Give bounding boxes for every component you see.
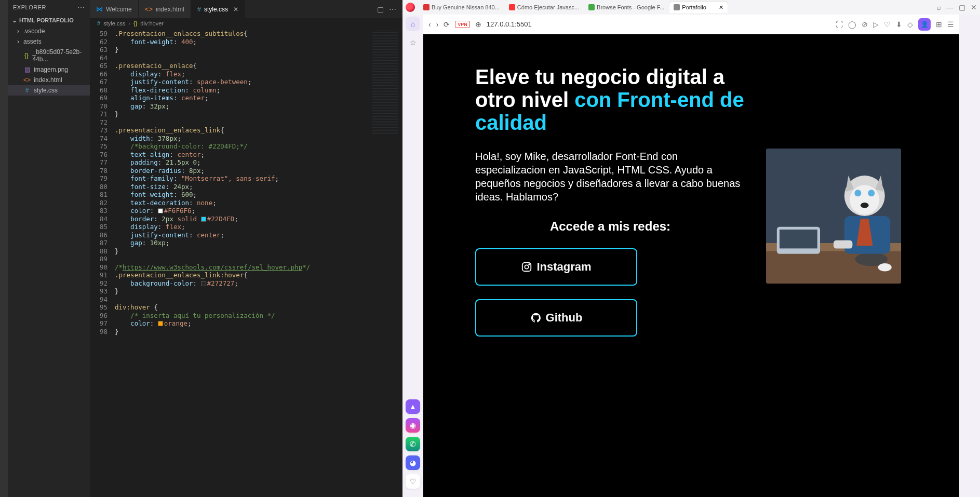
favicon-icon xyxy=(509,4,515,10)
opera-logo-icon[interactable] xyxy=(406,3,415,12)
tab-index-html[interactable]: <>index.html xyxy=(139,0,191,18)
profile-button[interactable]: 👤 xyxy=(918,18,931,31)
bookmark-star-icon[interactable]: ☆ xyxy=(406,35,420,50)
tree-item-index-html[interactable]: <>index.html xyxy=(8,75,90,85)
send-icon[interactable]: ▷ xyxy=(873,20,879,29)
browser-tab[interactable]: Browse Fonts - Google F... xyxy=(584,2,668,13)
favicon-icon xyxy=(674,4,680,10)
tree-item-label: imagem.png xyxy=(34,66,68,73)
instagram-link-button[interactable]: Instagram xyxy=(475,248,637,286)
whatsapp-icon[interactable]: ✆ xyxy=(406,437,420,451)
browser-tab-label: Buy Genuine Nissan 840... xyxy=(432,4,500,10)
vscode-icon: ⋈ xyxy=(96,5,103,13)
tree-item-label: .vscode xyxy=(23,28,45,35)
svg-rect-7 xyxy=(780,230,817,248)
download-icon[interactable]: ⬇ xyxy=(896,20,902,29)
tree-item--b89d5d07-5e2b-44b---[interactable]: {}_b89d5d07-5e2b-44b... xyxy=(8,47,90,64)
browser-tab-label: Browse Fonts - Google F... xyxy=(597,4,664,10)
tree-item-style-css[interactable]: #style.css xyxy=(8,85,90,96)
split-editor-icon[interactable]: ▢ xyxy=(377,5,384,14)
browser-window: Buy Genuine Nissan 840...Cómo Ejecutar J… xyxy=(402,0,980,497)
aria-icon[interactable]: ▲ xyxy=(406,399,420,414)
browser-tab-label: Portafolio xyxy=(682,4,706,10)
tree-item--vscode[interactable]: .vscode xyxy=(8,26,90,36)
browser-tab-strip: Buy Genuine Nissan 840...Cómo Ejecutar J… xyxy=(402,0,980,15)
page-description: Hola!, soy Mike, desarrollador Font-End … xyxy=(475,150,745,204)
browser-tab[interactable]: Cómo Ejecutar Javasc... xyxy=(505,2,583,13)
svg-point-1 xyxy=(525,265,529,268)
svg-point-17 xyxy=(861,203,869,208)
nav-back-icon[interactable]: ‹ xyxy=(428,20,431,29)
explorer-label: EXPLORER xyxy=(13,4,46,10)
editor-tabs: ⋈Welcome<>index.html#style.css✕ ▢ ⋯ xyxy=(90,0,402,18)
vertical-scrollbar[interactable] xyxy=(397,29,402,497)
tree-item-imagem-png[interactable]: ▨imagem.png xyxy=(8,64,90,75)
url-input[interactable]: 127.0.0.1:5501 xyxy=(487,20,830,28)
github-link-button[interactable]: Github xyxy=(475,299,637,337)
css-rule-icon: {} xyxy=(133,20,137,26)
tree-item-assets[interactable]: assets xyxy=(8,36,90,47)
nav-forward-icon[interactable]: › xyxy=(436,20,439,29)
svg-point-12 xyxy=(850,185,879,214)
page-title: Eleve tu negocio digital a otro nivel co… xyxy=(475,65,745,134)
browser-tab[interactable]: Portafolio✕ xyxy=(669,2,727,13)
file-tree: .vscodeassets{}_b89d5d07-5e2b-44b...▨ima… xyxy=(8,26,90,96)
tab-label: style.css xyxy=(204,6,228,13)
browser-left-sidebar: ⌂ ☆ ▲ ◉ ✆ ◕ ♡ xyxy=(402,15,423,497)
css-icon: # xyxy=(23,87,31,94)
reload-icon[interactable]: ⟳ xyxy=(444,20,450,29)
tab-more-icon[interactable]: ⋯ xyxy=(389,5,396,14)
profile-image xyxy=(766,149,901,284)
discord-icon[interactable]: ◕ xyxy=(406,455,420,470)
img-icon: ▨ xyxy=(23,66,31,73)
browser-tab[interactable]: Buy Genuine Nissan 840... xyxy=(419,2,504,13)
close-icon[interactable]: ✕ xyxy=(233,6,238,13)
code-editor[interactable]: 5962636465666768697071727374757677787980… xyxy=(90,29,402,497)
messenger-icon[interactable]: ◉ xyxy=(406,418,420,433)
json-icon: {} xyxy=(23,52,30,59)
tab-label: index.html xyxy=(156,6,184,13)
css-file-icon: # xyxy=(97,20,100,26)
tab-style-css[interactable]: #style.css✕ xyxy=(191,0,245,18)
tree-item-label: _b89d5d07-5e2b-44b... xyxy=(33,48,86,63)
search-icon[interactable]: ⌕ xyxy=(937,3,941,11)
project-name[interactable]: HTML PORTAFOLIO xyxy=(8,15,90,26)
sidebar-toggle-icon[interactable]: ☰ xyxy=(947,20,954,29)
close-icon[interactable]: ✕ xyxy=(719,4,723,11)
browser-right-sidebar xyxy=(959,15,980,497)
wishlist-icon[interactable]: ♡ xyxy=(884,20,891,29)
favicon-icon xyxy=(423,4,429,10)
shield-icon[interactable]: ⊘ xyxy=(862,20,868,29)
tab-label: Welcome xyxy=(106,6,132,13)
snapshot-icon[interactable]: ⛶ xyxy=(836,20,843,29)
minimap[interactable] xyxy=(372,31,398,135)
extensions-icon[interactable]: ⊞ xyxy=(936,20,942,29)
html-icon: <> xyxy=(145,5,153,13)
vpn-badge[interactable]: VPN xyxy=(455,21,470,28)
explorer-more-icon[interactable]: ⋯ xyxy=(77,3,85,11)
home-icon[interactable]: ⌂ xyxy=(406,17,420,31)
minimize-icon[interactable]: — xyxy=(946,3,954,11)
tab-Welcome[interactable]: ⋈Welcome xyxy=(90,0,139,18)
browser-tabs: Buy Genuine Nissan 840...Cómo Ejecutar J… xyxy=(419,2,728,13)
maximize-icon[interactable]: ▢ xyxy=(959,3,965,11)
explorer-panel: EXPLORER ⋯ HTML PORTAFOLIO .vscodeassets… xyxy=(8,0,90,497)
close-window-icon[interactable]: ✕ xyxy=(971,3,977,11)
page-viewport[interactable]: Eleve tu negocio digital a otro nivel co… xyxy=(423,34,959,497)
chevron-right-icon: › xyxy=(128,20,130,26)
activity-bar xyxy=(0,0,8,497)
code-content[interactable]: .Presentacion__enlaces_subtitulos{ font-… xyxy=(115,29,402,497)
heart-icon[interactable]: ♡ xyxy=(406,474,420,489)
camera-icon[interactable]: ◯ xyxy=(848,20,856,29)
svg-point-2 xyxy=(529,264,530,265)
breadcrumb[interactable]: # style.css › {} div:hover xyxy=(90,18,402,29)
url-bar: ‹ › ⟳ VPN ⊕ 127.0.0.1:5501 ⛶ ◯ ⊘ ▷ ♡ ⬇ ◇… xyxy=(423,15,959,34)
line-numbers: 5962636465666768697071727374757677787980… xyxy=(90,29,115,497)
pin-icon[interactable]: ◇ xyxy=(907,20,913,29)
husky-illustration xyxy=(766,149,901,284)
browser-tab-label: Cómo Ejecutar Javasc... xyxy=(517,4,579,10)
breadcrumb-symbol: div:hover xyxy=(140,20,164,26)
breadcrumb-file: style.css xyxy=(103,20,125,26)
svg-rect-19 xyxy=(834,240,852,249)
link-label: Instagram xyxy=(536,260,591,274)
